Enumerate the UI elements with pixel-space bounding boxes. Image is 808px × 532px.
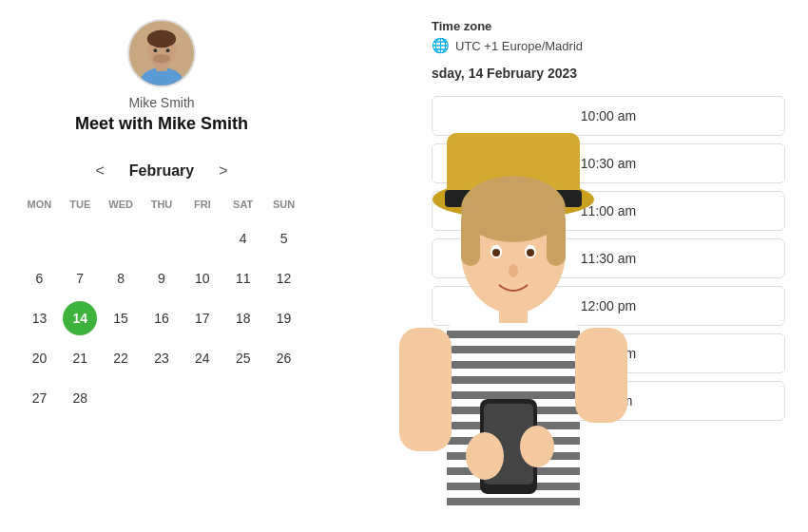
- avatar: [127, 19, 196, 87]
- cal-day[interactable]: 12: [267, 261, 301, 295]
- cal-day[interactable]: 23: [144, 341, 179, 375]
- selected-date: sday, 14 February 2023: [432, 66, 785, 81]
- day-header-fri: FRI: [182, 195, 222, 214]
- cal-day[interactable]: 20: [22, 341, 56, 375]
- cal-day[interactable]: 6: [22, 261, 56, 295]
- svg-point-5: [153, 54, 171, 63]
- timezone-label: Time zone: [432, 19, 785, 33]
- next-month-button[interactable]: >: [213, 161, 233, 181]
- cal-day[interactable]: 22: [104, 341, 138, 375]
- cal-day[interactable]: 27: [22, 381, 56, 415]
- day-header-mon: MON: [19, 195, 60, 214]
- meet-title: Meet with Mike Smith: [75, 114, 248, 134]
- profile-name: Mike Smith: [128, 95, 194, 110]
- cal-day[interactable]: 19: [267, 301, 301, 335]
- calendar-grid: MON TUE WED THU FRI SAT SUN 456789101112…: [19, 195, 304, 417]
- timezone-section: Time zone 🌐 UTC +1 Europe/Madrid: [432, 19, 785, 54]
- cal-day[interactable]: 13: [22, 301, 56, 335]
- time-slot[interactable]: 11:00 am: [432, 191, 785, 231]
- calendar-days: 4567891011121314151617181920212223242526…: [19, 219, 304, 417]
- cal-day[interactable]: 24: [185, 341, 220, 375]
- time-slot[interactable]: 10:30 am: [432, 143, 785, 183]
- cal-day[interactable]: 15: [104, 301, 138, 335]
- cal-day[interactable]: 5: [267, 221, 301, 256]
- time-slot[interactable]: 10:00 am: [432, 96, 785, 136]
- time-slot[interactable]: 11:30 am: [432, 238, 785, 278]
- timezone-value: 🌐 UTC +1 Europe/Madrid: [432, 37, 785, 54]
- time-slot[interactable]: 12:30 pm: [432, 333, 785, 373]
- day-header-wed: WED: [101, 195, 142, 214]
- day-header-thu: THU: [142, 195, 183, 214]
- time-slot[interactable]: 2:00 pm: [432, 381, 785, 421]
- cal-day[interactable]: 18: [226, 301, 260, 335]
- time-slot[interactable]: 12:00 pm: [432, 286, 785, 326]
- time-slots: 10:00 am10:30 am11:00 am11:30 am12:00 pm…: [432, 96, 785, 421]
- day-header-sat: SAT: [222, 195, 263, 214]
- cal-day[interactable]: 11: [226, 261, 260, 295]
- month-nav: < February >: [19, 161, 304, 181]
- cal-day[interactable]: 7: [63, 261, 97, 295]
- cal-day[interactable]: 14: [63, 301, 97, 335]
- timezone-text: UTC +1 Europe/Madrid: [455, 39, 583, 53]
- svg-point-4: [147, 29, 176, 48]
- cal-day[interactable]: 17: [185, 301, 220, 335]
- cal-day[interactable]: 9: [144, 261, 179, 295]
- profile-section: Mike Smith Meet with Mike Smith: [19, 19, 304, 149]
- day-header-sun: SUN: [263, 195, 304, 214]
- cal-day[interactable]: 26: [267, 341, 301, 375]
- month-label: February: [129, 162, 194, 180]
- cal-day[interactable]: 8: [104, 261, 138, 295]
- svg-point-6: [154, 48, 158, 52]
- day-headers: MON TUE WED THU FRI SAT SUN: [19, 195, 304, 214]
- calendar-panel: Mike Smith Meet with Mike Smith < Februa…: [0, 0, 323, 532]
- cal-day[interactable]: 25: [226, 341, 260, 375]
- day-header-tue: TUE: [60, 195, 101, 214]
- cal-day[interactable]: 21: [63, 341, 97, 375]
- cal-day[interactable]: 10: [185, 261, 220, 295]
- globe-icon: 🌐: [432, 37, 450, 54]
- cal-day[interactable]: 4: [226, 221, 260, 256]
- svg-point-7: [166, 48, 170, 52]
- prev-month-button[interactable]: <: [89, 161, 109, 181]
- cal-day[interactable]: 28: [63, 381, 97, 415]
- cal-day[interactable]: 16: [144, 301, 179, 335]
- time-panel: Time zone 🌐 UTC +1 Europe/Madrid sday, 1…: [409, 0, 808, 532]
